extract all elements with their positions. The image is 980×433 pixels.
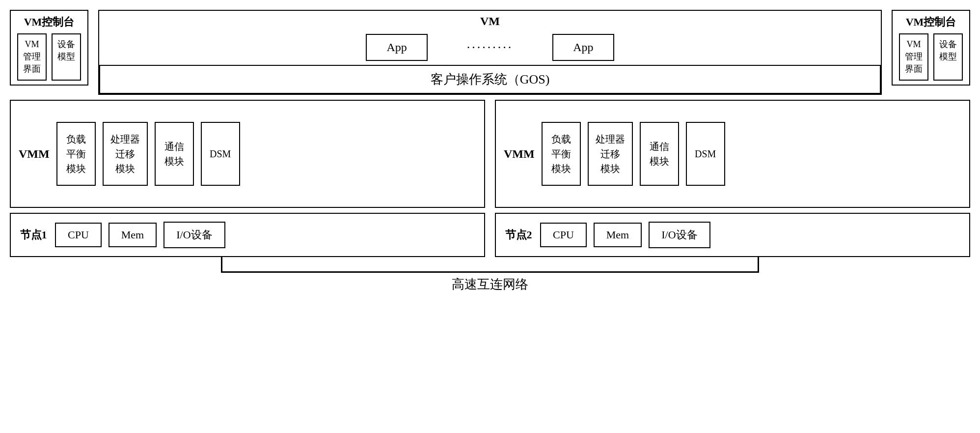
bottom-section: 节点1 CPU Mem I/O设备 节点2 CPU Mem I/O设备 [10, 213, 970, 257]
vmm-label-2: VMM [504, 147, 535, 161]
vm-center-box: VM App ········· App 客户操作系统（GOS) [98, 10, 882, 95]
vmm-module-1-2: 处理器迁移模块 [103, 122, 148, 186]
vmm-node-1: VMM 负载平衡模块 处理器迁移模块 通信模块 DSM [10, 100, 485, 208]
vmm-node-2: VMM 负载平衡模块 处理器迁移模块 通信模块 DSM [495, 100, 970, 208]
hw-cpu-1: CPU [55, 223, 102, 247]
left-console-item-2: 设备模型 [52, 33, 81, 81]
left-console-item-1: VM管理界面 [17, 33, 47, 81]
vmm-module-2-1: 负载平衡模块 [542, 122, 581, 186]
right-console-inner: VM管理界面 设备模型 [899, 33, 963, 81]
right-console-title: VM控制台 [906, 15, 956, 29]
vmm-label-1: VMM [19, 147, 50, 161]
left-console-title: VM控制台 [24, 15, 75, 29]
hw-io-1: I/O设备 [163, 222, 225, 248]
hw-node-1: 节点1 CPU Mem I/O设备 [10, 213, 485, 257]
right-vm-console: VM控制台 VM管理界面 设备模型 [892, 10, 970, 86]
vm-apps-row: App ········· App [99, 30, 881, 65]
vmm-module-2-4: DSM [686, 122, 725, 186]
hw-mem-2: Mem [594, 223, 642, 247]
app-box-1: App [366, 34, 427, 61]
network-label: 高速互连网络 [452, 273, 528, 296]
left-console-inner: VM管理界面 设备模型 [17, 33, 81, 81]
right-console-item-2: 设备模型 [933, 33, 963, 81]
dots-separator: ········· [467, 40, 514, 55]
hw-cpu-2: CPU [540, 223, 587, 247]
main-container: VM控制台 VM管理界面 设备模型 VM App ········· App 客… [0, 0, 980, 433]
vmm-module-1-4: DSM [201, 122, 240, 186]
network-u-shape [221, 257, 759, 273]
vmm-module-1-3: 通信模块 [155, 122, 194, 186]
hw-mem-1: Mem [109, 223, 157, 247]
vmm-module-2-3: 通信模块 [640, 122, 679, 186]
middle-section: VMM 负载平衡模块 处理器迁移模块 通信模块 DSM VMM 负载平衡模块 处… [10, 100, 970, 208]
vmm-modules-2: 负载平衡模块 处理器迁移模块 通信模块 DSM [542, 122, 964, 186]
vmm-modules-1: 负载平衡模块 处理器迁移模块 通信模块 DSM [56, 122, 479, 186]
left-vm-console: VM控制台 VM管理界面 设备模型 [10, 10, 88, 86]
vm-title: VM [99, 11, 881, 30]
right-console-item-1: VM管理界面 [899, 33, 928, 81]
node2-label: 节点2 [504, 228, 533, 242]
vmm-module-1-1: 负载平衡模块 [56, 122, 96, 186]
bottom-area: 节点1 CPU Mem I/O设备 节点2 CPU Mem I/O设备 高速互连… [10, 213, 970, 296]
vmm-module-2-2: 处理器迁移模块 [588, 122, 633, 186]
hw-node-2: 节点2 CPU Mem I/O设备 [495, 213, 970, 257]
network-area: 高速互连网络 [10, 257, 970, 296]
top-section: VM控制台 VM管理界面 设备模型 VM App ········· App 客… [10, 10, 970, 95]
node1-label: 节点1 [19, 228, 48, 242]
guest-os-bar: 客户操作系统（GOS) [99, 65, 881, 94]
hw-io-2: I/O设备 [649, 222, 710, 248]
app-box-2: App [552, 34, 614, 61]
